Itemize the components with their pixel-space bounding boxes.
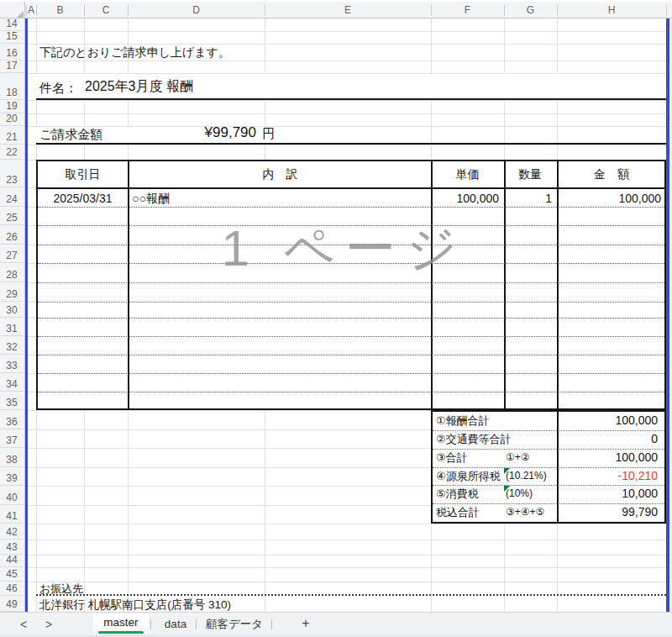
row-header-24[interactable]: 24: [0, 187, 24, 207]
row-header-31[interactable]: 31: [0, 318, 24, 336]
tab-data[interactable]: data: [154, 617, 197, 632]
detail-cell-description[interactable]: ○○報酬: [132, 190, 170, 207]
column-separator: [128, 5, 129, 16]
page-number-watermark: 1 ページ: [193, 215, 496, 283]
row-header-23[interactable]: 23: [0, 160, 24, 187]
subject-label[interactable]: 件名：: [39, 81, 77, 97]
totals-value[interactable]: 100,000: [559, 412, 661, 430]
totals-label[interactable]: 税込合計: [436, 503, 480, 522]
row-header-45[interactable]: 45: [0, 567, 24, 582]
gridline-h: [25, 113, 666, 114]
detail-col-header-amount: 金 額: [559, 161, 664, 187]
totals-label[interactable]: ⑤消費税: [436, 485, 479, 503]
row-header-40[interactable]: 40: [0, 486, 24, 505]
column-header-a[interactable]: A: [26, 2, 36, 18]
tab-顧客データ[interactable]: 顧客データ: [199, 617, 270, 632]
row-header-25[interactable]: 25: [0, 207, 24, 225]
row-header-19[interactable]: 19: [0, 100, 24, 113]
payee-heading[interactable]: お振込先: [39, 582, 83, 597]
column-header-h[interactable]: H: [557, 2, 666, 18]
row-header-34[interactable]: 34: [0, 373, 24, 392]
totals-value[interactable]: 0: [559, 430, 661, 449]
row-header-33[interactable]: 33: [0, 355, 24, 373]
row-header-14[interactable]: 14: [0, 18, 24, 31]
gridline-h: [25, 524, 666, 524]
row-header-35[interactable]: 35: [0, 392, 24, 410]
gridline-h: [25, 540, 666, 540]
row-header-43[interactable]: 43: [0, 540, 24, 555]
column-separator: [504, 5, 505, 16]
row-header-44[interactable]: 44: [0, 555, 24, 567]
column-header-c[interactable]: C: [84, 2, 128, 18]
sheet-tabs: masterdata顧客データ: [93, 613, 328, 637]
add-sheet-button[interactable]: +: [296, 616, 316, 631]
row-header-17[interactable]: 17: [0, 61, 24, 73]
row-header-15[interactable]: 15: [0, 31, 24, 44]
tab-separator: [150, 619, 151, 629]
row-header-39[interactable]: 39: [0, 467, 24, 486]
gridline-h: [25, 44, 666, 45]
billed-amount-unit[interactable]: 円: [262, 126, 275, 142]
row-header-22[interactable]: 22: [0, 145, 24, 160]
sheet-nav-next-button[interactable]: >: [45, 618, 52, 631]
billed-amount-value[interactable]: ¥99,790: [126, 124, 256, 141]
column-header-g[interactable]: G: [504, 2, 557, 18]
detail-row-separator: [38, 373, 664, 374]
row-header-41[interactable]: 41: [0, 505, 24, 524]
column-header-f[interactable]: F: [431, 2, 504, 18]
column-header-e[interactable]: E: [265, 2, 431, 18]
row-header-30[interactable]: 30: [0, 302, 24, 318]
detail-cell-date[interactable]: 2025/03/31: [38, 190, 128, 207]
row-header-28[interactable]: 28: [0, 263, 24, 282]
greeting-text[interactable]: 下記のとおりご請求申し上げます。: [39, 45, 230, 61]
totals-label[interactable]: ④源泉所得税: [436, 467, 501, 486]
column-header-b[interactable]: B: [36, 2, 84, 18]
row-header-27[interactable]: 27: [0, 245, 24, 263]
bank-account-line[interactable]: 北洋銀行 札幌駅南口支店(店番号 310): [39, 598, 231, 613]
table-divider-v: [128, 161, 129, 408]
totals-label[interactable]: ②交通費等合計: [436, 430, 512, 449]
row-header-26[interactable]: 26: [0, 225, 24, 245]
row-header-49[interactable]: 49: [0, 596, 24, 612]
column-separator: [557, 5, 558, 16]
subject-value[interactable]: 2025年3月度 報酬: [85, 78, 193, 96]
detail-cell-quantity[interactable]: 1: [505, 190, 555, 207]
row-header-36[interactable]: 36: [0, 410, 24, 429]
row-header-42[interactable]: 42: [0, 524, 24, 540]
totals-sub-label[interactable]: ①+②: [506, 449, 530, 467]
detail-cell-unit-price[interactable]: 100,000: [433, 190, 502, 207]
column-header-d[interactable]: D: [128, 2, 265, 18]
detail-cell-amount[interactable]: 100,000: [559, 190, 664, 207]
billed-amount-label[interactable]: ご請求金額: [39, 127, 102, 143]
detail-row-separator: [38, 302, 664, 303]
row-header-16[interactable]: 16: [0, 44, 24, 61]
totals-sub-label[interactable]: ③+④+⑤: [506, 503, 544, 522]
column-separator: [666, 5, 667, 16]
row-header-38[interactable]: 38: [0, 448, 24, 467]
totals-value[interactable]: -10,210: [559, 467, 661, 486]
gridline-h: [25, 61, 666, 61]
row-header-29[interactable]: 29: [0, 282, 24, 302]
row-header-46[interactable]: 46: [0, 582, 24, 596]
column-separator: [265, 5, 265, 16]
cell-flag-icon: [504, 468, 510, 474]
row-header-32[interactable]: 32: [0, 336, 24, 355]
tab-master[interactable]: master: [93, 613, 149, 634]
sheet-nav-prev-button[interactable]: <: [20, 618, 27, 631]
totals-value[interactable]: 99,790: [559, 503, 661, 522]
totals-label[interactable]: ③合計: [436, 449, 468, 467]
totals-value[interactable]: 10,000: [559, 485, 661, 503]
tab-separator: [196, 619, 197, 629]
row-header-21[interactable]: 21: [0, 126, 24, 145]
row-header-20[interactable]: 20: [0, 113, 24, 126]
column-separator: [84, 5, 85, 16]
tab-separator: [271, 619, 272, 629]
totals-value[interactable]: 100,000: [559, 449, 661, 467]
totals-label[interactable]: ①報酬合計: [436, 412, 490, 430]
totals-sub-label[interactable]: (10.21%): [506, 467, 547, 486]
column-separator: [26, 5, 27, 16]
detail-row-separator: [38, 318, 664, 318]
row-header-18[interactable]: 18: [0, 73, 24, 100]
row-header-37[interactable]: 37: [0, 429, 24, 448]
active-tab-underline: [98, 631, 144, 634]
